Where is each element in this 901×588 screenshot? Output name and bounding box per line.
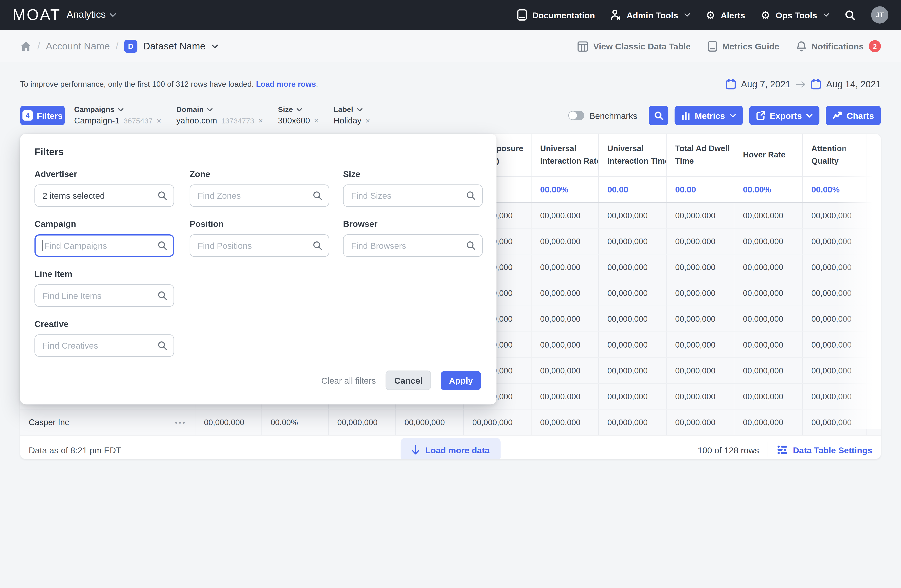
filter-size-dropdown[interactable]: Size — [278, 105, 319, 114]
zone-input[interactable] — [190, 184, 329, 207]
nav-item-alerts[interactable]: ⚙ Alerts — [706, 9, 745, 20]
benchmarks-toggle[interactable] — [568, 111, 584, 120]
table-actions: Benchmarks Metrics Exports Charts — [568, 106, 881, 125]
browser-input[interactable] — [343, 234, 483, 257]
browser-field: Browser — [343, 219, 483, 257]
table-header-cell: UniversalInteraction Rate — [532, 134, 599, 176]
benchmark-value-cell: 00.00% — [803, 177, 867, 202]
home-icon[interactable] — [20, 41, 31, 52]
filter-domain-dropdown[interactable]: Domain — [176, 105, 263, 114]
advertiser-field: Advertiser — [34, 169, 174, 207]
apply-button[interactable]: Apply — [441, 371, 481, 390]
search-icon — [466, 191, 476, 201]
view-classic-data-table-link[interactable]: View Classic Data Table — [578, 41, 691, 51]
nav-item-admin-tools[interactable]: Admin Tools — [611, 9, 690, 21]
search-icon[interactable] — [845, 9, 856, 20]
chevron-down-icon[interactable] — [211, 44, 218, 48]
table-header-cell: AttentionQuality — [803, 134, 867, 176]
table-cell: 00,000,000 — [667, 384, 734, 409]
table-cell: 00,000,000 — [532, 306, 599, 331]
advertiser-input[interactable] — [34, 184, 174, 207]
position-input[interactable] — [190, 234, 329, 257]
search-icon — [157, 241, 167, 250]
table-cell: 00,000,000 — [532, 358, 599, 383]
search-icon — [466, 241, 476, 250]
cancel-button[interactable]: Cancel — [386, 370, 431, 390]
table-cell: 00,000,000 — [532, 409, 599, 435]
table-cell: 00,000,000 — [599, 280, 667, 305]
charts-button[interactable]: Charts — [826, 106, 881, 125]
search-table-button[interactable] — [649, 106, 669, 125]
table-cell: 00,000,000 — [599, 229, 667, 254]
clear-all-filters-link[interactable]: Clear all filters — [321, 375, 376, 385]
creative-input[interactable] — [34, 334, 174, 356]
date-start[interactable]: Aug 7, 2021 — [741, 79, 791, 89]
table-cell: 00,000,000 — [599, 203, 667, 228]
search-icon — [313, 191, 323, 201]
notifications-link[interactable]: Notifications 2 — [797, 40, 881, 52]
moat-logo[interactable]: MOAT — [13, 6, 61, 24]
filter-bar: 4 Filters Campaigns Campaign-1 3675437 × — [20, 106, 881, 125]
filters-button[interactable]: 4 Filters — [20, 106, 65, 125]
remove-filter-icon[interactable]: × — [314, 116, 319, 125]
table-cell: 00,000,000 — [396, 409, 464, 435]
table-cell: 00,000,000 — [599, 384, 667, 409]
chevron-down-icon — [730, 114, 736, 117]
chevron-down-icon — [118, 108, 124, 111]
table-cell: 00,000,000 — [599, 332, 667, 357]
size-field: Size — [343, 169, 483, 207]
size-input[interactable] — [343, 184, 483, 207]
line-item-input[interactable] — [34, 285, 174, 307]
date-range: Aug 7, 2021 Aug 14, 2021 — [725, 79, 881, 89]
benchmark-value-cell: 00.00 — [599, 177, 667, 202]
filter-chip: Campaign-1 3675437 × — [74, 116, 161, 125]
table-cell: 00,000,000 — [599, 409, 667, 435]
campaign-input[interactable] — [34, 234, 174, 257]
line-chart-icon — [833, 111, 842, 120]
data-freshness-label: Data as of 8:21 pm EDT — [29, 445, 121, 455]
remove-filter-icon[interactable]: × — [157, 116, 161, 125]
table-cell: 00.00% — [262, 409, 329, 435]
nav-item-ops-tools[interactable]: ⚙ Ops Tools — [761, 9, 829, 20]
table-icon — [578, 41, 588, 51]
user-avatar[interactable]: JT — [871, 6, 889, 23]
breadcrumb-account[interactable]: Account Name — [46, 40, 110, 52]
benchmark-value-cell: 00.00% — [734, 177, 803, 202]
table-footer: Data as of 8:21 pm EDT Load more data 10… — [20, 436, 881, 459]
exports-button[interactable]: Exports — [749, 106, 820, 125]
load-more-rows-link[interactable]: Load more rows — [256, 80, 316, 89]
chevron-down-icon — [357, 108, 363, 111]
filter-label-dropdown[interactable]: Label — [334, 105, 370, 114]
table-cell: 00,000,000 — [667, 332, 734, 357]
position-field: Position — [190, 219, 329, 257]
data-table-settings-button[interactable]: Data Table Settings — [777, 445, 873, 455]
chevron-down-icon[interactable] — [110, 13, 116, 17]
metrics-guide-link[interactable]: Metrics Guide — [708, 41, 779, 52]
table-footer-right: 100 of 128 rows Data Table Settings — [698, 442, 872, 457]
breadcrumb-bar: / Account Name / D Dataset Name View Cla… — [0, 30, 901, 63]
table-cell: 00,000,000 — [734, 306, 803, 331]
remove-filter-icon[interactable]: × — [259, 116, 263, 125]
table-header-cell: UniversalInteraction Time — [599, 134, 667, 176]
company-row: Casper Inc•••00,000,00000.00%00,000,0000… — [20, 409, 881, 436]
metrics-button[interactable]: Metrics — [675, 106, 743, 125]
load-more-data-button[interactable]: Load more data — [401, 438, 500, 459]
gear-icon: ⚙ — [706, 9, 716, 20]
remove-filter-icon[interactable]: × — [365, 116, 370, 125]
table-cell: 00,000,000 — [599, 306, 667, 331]
chevron-down-icon — [207, 108, 213, 111]
dataset-badge: D — [124, 40, 137, 53]
date-end[interactable]: Aug 14, 2021 — [826, 79, 881, 89]
search-icon — [157, 191, 167, 201]
breadcrumb-dataset[interactable]: Dataset Name — [143, 40, 206, 52]
product-name[interactable]: Analytics — [67, 9, 106, 21]
breadcrumb: / Account Name / D Dataset Name — [20, 40, 218, 53]
table-cell: 00,0 — [867, 280, 881, 305]
table-cell: 00,000,000 — [329, 409, 396, 435]
table-cell: 00,000,000 — [803, 358, 867, 383]
nav-item-documentation[interactable]: Documentation — [517, 9, 595, 21]
filters-count-badge: 4 — [22, 110, 33, 121]
filter-campaigns-dropdown[interactable]: Campaigns — [74, 105, 161, 114]
filter-chip: 300x600 × — [278, 116, 319, 125]
row-menu-icon[interactable]: ••• — [175, 418, 186, 426]
